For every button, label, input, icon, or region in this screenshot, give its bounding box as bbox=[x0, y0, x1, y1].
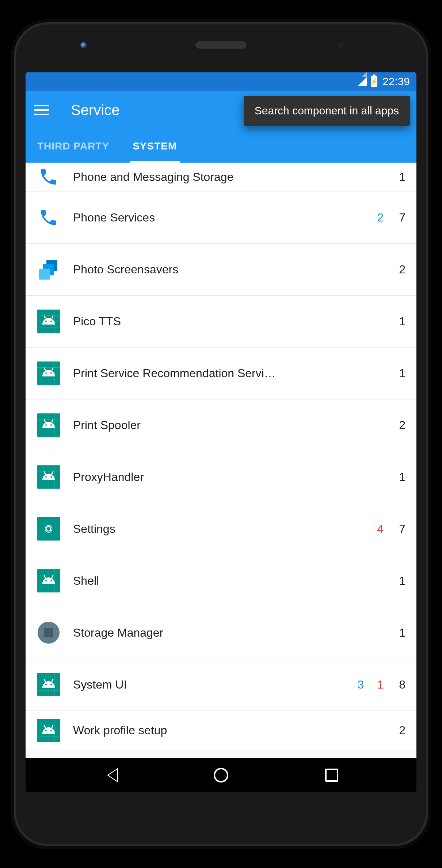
phone-top-bezel bbox=[26, 38, 416, 72]
count-blue: 2 bbox=[377, 211, 384, 224]
search-tooltip[interactable]: Search component in all apps bbox=[244, 96, 410, 126]
app-counts: 2 bbox=[397, 724, 408, 737]
list-item[interactable]: Settings47 bbox=[26, 503, 416, 555]
list-item[interactable]: Work profile setup2 bbox=[26, 711, 416, 750]
count-total: 2 bbox=[397, 724, 405, 737]
app-icon bbox=[34, 207, 63, 228]
earpiece-speaker bbox=[195, 41, 247, 49]
app-list[interactable]: Phone and Messaging Storage1Phone Servic… bbox=[26, 163, 416, 758]
app-counts: 27 bbox=[377, 211, 408, 224]
count-total: 1 bbox=[397, 626, 405, 640]
app-name: Phone Services bbox=[73, 211, 377, 224]
app-counts: 318 bbox=[357, 678, 408, 691]
menu-icon[interactable] bbox=[34, 105, 49, 115]
count-red: 1 bbox=[377, 678, 384, 691]
list-item[interactable]: Phone Services27 bbox=[26, 192, 416, 244]
count-blue: 3 bbox=[357, 678, 364, 691]
app-icon bbox=[34, 569, 63, 592]
screen: ⚡ 22:39 Service Search component in all … bbox=[26, 72, 416, 792]
list-item[interactable]: Shell1 bbox=[26, 555, 416, 607]
app-counts: 1 bbox=[397, 470, 408, 484]
app-name: Print Spooler bbox=[73, 418, 397, 432]
app-icon bbox=[34, 167, 63, 187]
app-counts: 1 bbox=[397, 170, 408, 184]
app-counts: 2 bbox=[397, 263, 408, 276]
home-button[interactable] bbox=[210, 764, 232, 786]
tooltip-text: Search component in all apps bbox=[255, 105, 399, 117]
battery-charging-icon: ⚡ bbox=[371, 76, 377, 87]
app-counts: 47 bbox=[377, 522, 408, 536]
count-total: 2 bbox=[397, 418, 405, 432]
count-total: 7 bbox=[397, 522, 405, 536]
list-item[interactable]: Storage Manager1 bbox=[26, 607, 416, 659]
list-item[interactable]: Pico TTS1 bbox=[26, 296, 416, 348]
app-name: Settings bbox=[73, 522, 377, 536]
list-item[interactable]: Phone and Messaging Storage1 bbox=[26, 163, 416, 192]
app-name: Phone and Messaging Storage bbox=[73, 170, 397, 184]
signal-icon bbox=[358, 77, 367, 86]
phone-device-frame: ⚡ 22:39 Service Search component in all … bbox=[11, 19, 431, 849]
front-camera bbox=[80, 42, 87, 49]
app-name: Work profile setup bbox=[73, 724, 397, 737]
count-total: 1 bbox=[397, 170, 405, 184]
list-item[interactable]: Photo Screensavers2 bbox=[26, 244, 416, 296]
app-counts: 1 bbox=[397, 315, 408, 328]
count-total: 1 bbox=[397, 367, 405, 380]
app-icon bbox=[34, 719, 63, 742]
app-icon bbox=[34, 310, 63, 333]
count-total: 2 bbox=[397, 263, 405, 276]
app-icon bbox=[34, 673, 63, 696]
app-counts: 1 bbox=[397, 367, 408, 380]
count-total: 7 bbox=[397, 211, 405, 224]
recents-button[interactable] bbox=[321, 764, 343, 786]
list-item[interactable]: System UI318 bbox=[26, 659, 416, 711]
list-item[interactable]: Print Service Recommendation Servi…1 bbox=[26, 348, 416, 399]
app-icon bbox=[34, 622, 63, 644]
count-red: 4 bbox=[377, 522, 384, 536]
app-name: Storage Manager bbox=[73, 626, 397, 640]
app-counts: 1 bbox=[397, 574, 408, 588]
app-name: ProxyHandler bbox=[73, 470, 397, 484]
app-icon bbox=[34, 517, 63, 541]
tab-third-party[interactable]: THIRD PARTY bbox=[26, 130, 121, 163]
app-icon bbox=[34, 465, 63, 489]
app-icon bbox=[34, 413, 63, 437]
proximity-sensor bbox=[338, 43, 343, 48]
count-total: 1 bbox=[397, 315, 405, 328]
count-total: 8 bbox=[397, 678, 405, 691]
app-name: Pico TTS bbox=[73, 315, 397, 328]
app-counts: 1 bbox=[397, 626, 408, 640]
list-item[interactable]: Print Spooler2 bbox=[26, 399, 416, 451]
list-item[interactable]: ProxyHandler1 bbox=[26, 451, 416, 503]
app-icon bbox=[34, 361, 63, 385]
phone-bottom-bezel bbox=[26, 792, 416, 829]
app-name: Print Service Recommendation Servi… bbox=[73, 367, 397, 380]
status-bar: ⚡ 22:39 bbox=[26, 72, 416, 91]
tab-bar: THIRD PARTY SYSTEM bbox=[26, 130, 416, 163]
back-button[interactable] bbox=[99, 764, 121, 786]
toolbar-title: Service bbox=[71, 102, 119, 118]
app-icon bbox=[34, 259, 63, 280]
navigation-bar bbox=[26, 758, 416, 792]
app-counts: 2 bbox=[397, 418, 408, 432]
app-name: Photo Screensavers bbox=[73, 263, 397, 276]
tab-system[interactable]: SYSTEM bbox=[121, 130, 188, 163]
app-name: System UI bbox=[73, 678, 357, 691]
app-name: Shell bbox=[73, 574, 397, 588]
count-total: 1 bbox=[397, 574, 405, 588]
count-total: 1 bbox=[397, 470, 405, 484]
status-time: 22:39 bbox=[382, 75, 410, 88]
